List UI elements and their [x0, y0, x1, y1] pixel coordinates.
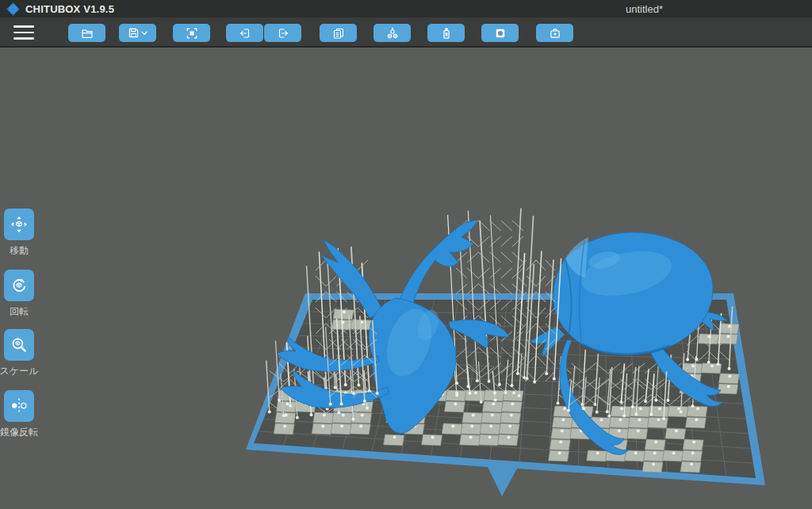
menu-button[interactable]: [13, 24, 36, 41]
app-title: CHITUBOX V1.9.5: [25, 3, 114, 15]
scene-canvas: [0, 48, 812, 509]
open-file-button[interactable]: [68, 24, 105, 42]
move-icon: [10, 215, 29, 234]
chevron-down-icon: [141, 31, 147, 36]
app-logo-icon: [6, 2, 20, 16]
rotate-button[interactable]: [4, 270, 34, 301]
titlebar: CHITUBOX V1.9.5 untitled*: [0, 0, 812, 17]
save-button[interactable]: [119, 24, 156, 42]
mirror-label: 鏡像反転: [0, 426, 52, 439]
rotate-label: 回転: [0, 305, 52, 319]
resin-button[interactable]: [427, 24, 465, 42]
hollow-button[interactable]: [481, 24, 519, 42]
sidebar-tool-scale: スケール: [4, 329, 34, 361]
sidebar-tool-mirror: 鏡像反転: [4, 390, 34, 422]
clone-button[interactable]: [320, 24, 357, 42]
folder-open-icon: [81, 27, 94, 40]
mirror-button[interactable]: [4, 390, 34, 422]
repair-button[interactable]: [536, 24, 573, 42]
hollow-icon: [494, 27, 507, 40]
viewport-3d[interactable]: 移動 回転: [0, 48, 812, 509]
toolbar: [0, 17, 812, 48]
auto-layout-button[interactable]: [373, 24, 411, 42]
move-button[interactable]: [4, 209, 34, 240]
scale-button[interactable]: [4, 329, 34, 361]
arrow-right-box-icon: [277, 27, 289, 40]
copy-icon: [332, 27, 345, 40]
scale-icon: [10, 335, 29, 354]
arrange-icon: [386, 27, 399, 40]
document-title: untitled*: [626, 3, 663, 15]
sidebar-tool-move: 移動: [4, 209, 34, 240]
move-label: 移動: [0, 244, 52, 258]
save-icon: [128, 27, 140, 39]
chitubox-window: CHITUBOX V1.9.5 untitled*: [0, 0, 812, 509]
mirror-icon: [10, 396, 29, 415]
previous-button[interactable]: [226, 24, 263, 42]
next-button[interactable]: [264, 24, 301, 42]
hamburger-icon: [13, 25, 34, 28]
screenshot-button[interactable]: [173, 24, 210, 42]
scale-label: スケール: [0, 365, 52, 378]
rotate-icon: [10, 276, 29, 295]
sidebar-tool-rotate: 回転: [4, 270, 34, 301]
resin-bottle-icon: [440, 27, 453, 40]
repair-icon: [549, 27, 561, 40]
arrow-left-box-icon: [239, 27, 251, 40]
screenshot-icon: [186, 27, 198, 40]
